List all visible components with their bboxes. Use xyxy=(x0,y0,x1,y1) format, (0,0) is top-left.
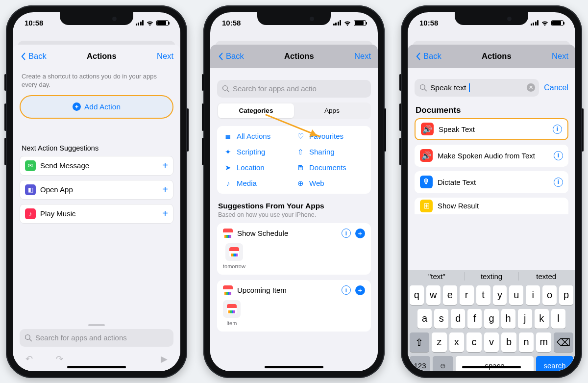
key-l[interactable]: l xyxy=(551,309,565,329)
back-button[interactable]: Back xyxy=(217,51,244,61)
wand-icon: ✦ xyxy=(224,148,232,156)
segmented-control[interactable]: Categories Apps xyxy=(217,102,371,119)
result-make-spoken-audio[interactable]: 🔊 Make Spoken Audio from Text i xyxy=(415,145,568,167)
cat-location[interactable]: ➤Location xyxy=(224,163,292,172)
chip-tomorrow[interactable]: tomorrow xyxy=(223,243,245,269)
list-item-label: Open App xyxy=(40,185,158,194)
search-key[interactable]: search xyxy=(536,356,573,371)
key-n[interactable]: n xyxy=(519,332,534,352)
prediction[interactable]: texted xyxy=(519,272,573,281)
cat-sharing[interactable]: ⇧Sharing xyxy=(296,148,364,156)
category-grid: ≣All Actions ♡Favourites ✦Scripting ⇧Sha… xyxy=(217,126,371,194)
cat-media[interactable]: ♪Media xyxy=(224,179,292,188)
next-button[interactable]: Next xyxy=(552,51,568,61)
key-p[interactable]: p xyxy=(559,285,573,305)
key-c[interactable]: c xyxy=(466,332,482,352)
key-m[interactable]: m xyxy=(536,332,551,352)
add-action-button[interactable]: + Add Action xyxy=(20,95,173,119)
chevron-left-icon xyxy=(217,52,225,60)
prediction[interactable]: texting xyxy=(465,272,519,281)
key-h[interactable]: h xyxy=(501,309,515,329)
key-f[interactable]: f xyxy=(467,309,482,329)
speaker-icon: 🔊 xyxy=(421,123,434,135)
key-o[interactable]: o xyxy=(542,285,557,305)
key-x[interactable]: x xyxy=(449,332,465,352)
info-button[interactable]: i xyxy=(554,178,563,187)
key-b[interactable]: b xyxy=(501,332,516,352)
key-u[interactable]: u xyxy=(509,285,523,305)
result-dictate-text[interactable]: 🎙 Dictate Text i xyxy=(415,171,568,193)
suggestion-open-app[interactable]: ◧ Open App + xyxy=(20,180,173,200)
keyboard: "text" texting texted qwertyuiop asdfghj… xyxy=(408,270,575,371)
fantastical-icon xyxy=(223,229,233,238)
clear-button[interactable]: ✕ xyxy=(527,83,535,92)
emoji-key[interactable]: ☺ xyxy=(433,356,453,371)
search-value: Speak text xyxy=(430,83,466,92)
back-button[interactable]: Back xyxy=(415,51,441,61)
key-k[interactable]: k xyxy=(535,309,549,329)
key-g[interactable]: g xyxy=(484,309,498,329)
delete-key[interactable]: ⌫ xyxy=(554,332,573,352)
drag-handle[interactable] xyxy=(88,324,105,326)
key-e[interactable]: e xyxy=(443,285,457,305)
shift-key[interactable]: ⇧ xyxy=(410,332,429,352)
speaker-icon: 🔊 xyxy=(420,149,433,162)
key-z[interactable]: z xyxy=(432,332,447,352)
info-button[interactable]: i xyxy=(554,151,563,160)
chip-item[interactable]: item xyxy=(223,300,241,326)
key-j[interactable]: j xyxy=(518,309,532,329)
prediction[interactable]: "text" xyxy=(410,272,465,281)
seg-categories[interactable]: Categories xyxy=(218,103,294,118)
cat-scripting[interactable]: ✦Scripting xyxy=(224,148,292,156)
key-a[interactable]: a xyxy=(417,309,432,329)
cancel-button[interactable]: Cancel xyxy=(544,83,568,92)
result-show-result[interactable]: ⊞ Show Result xyxy=(415,198,568,214)
svg-line-5 xyxy=(424,89,426,91)
seg-apps[interactable]: Apps xyxy=(294,103,370,118)
key-r[interactable]: r xyxy=(460,285,474,305)
info-button[interactable]: i xyxy=(342,229,351,238)
svg-point-4 xyxy=(420,84,425,89)
cat-favourites[interactable]: ♡Favourites xyxy=(296,132,364,141)
plus-icon[interactable]: + xyxy=(162,208,168,219)
search-icon xyxy=(419,84,427,92)
info-button[interactable]: i xyxy=(342,285,351,295)
plus-icon[interactable]: + xyxy=(162,160,168,171)
key-d[interactable]: d xyxy=(451,309,465,329)
search-input[interactable]: Speak text ✕ xyxy=(415,79,539,97)
microphone-icon: 🎙 xyxy=(420,176,433,188)
suggestion-play-music[interactable]: ♪ Play Music + xyxy=(20,204,173,224)
home-indicator[interactable] xyxy=(67,366,126,368)
key-y[interactable]: y xyxy=(493,285,507,305)
heart-icon: ♡ xyxy=(296,132,305,141)
search-input[interactable]: Search for apps and actio xyxy=(217,80,371,98)
key-w[interactable]: w xyxy=(426,285,441,305)
info-button[interactable]: i xyxy=(553,125,562,134)
suggestion-send-message[interactable]: ✉︎ Send Message + xyxy=(20,156,173,176)
next-button[interactable]: Next xyxy=(354,51,371,61)
back-button[interactable]: Back xyxy=(20,51,47,61)
key-q[interactable]: q xyxy=(410,285,424,305)
svg-point-2 xyxy=(223,85,228,90)
key-v[interactable]: v xyxy=(484,332,499,352)
space-key[interactable]: space xyxy=(456,356,534,371)
cat-documents[interactable]: 🗎Documents xyxy=(296,163,364,172)
key-i[interactable]: i xyxy=(526,285,540,305)
search-input[interactable]: Search for apps and actions xyxy=(20,329,173,347)
cat-all-actions[interactable]: ≣All Actions xyxy=(224,132,292,141)
key-s[interactable]: s xyxy=(434,309,448,329)
add-button[interactable]: + xyxy=(355,229,365,238)
cat-web[interactable]: ⊕Web xyxy=(296,179,364,188)
undo-button[interactable]: ↶ xyxy=(24,354,34,364)
add-button[interactable]: + xyxy=(355,285,365,295)
plus-icon[interactable]: + xyxy=(162,184,168,195)
home-indicator[interactable] xyxy=(265,366,323,368)
play-button[interactable]: ▶ xyxy=(159,354,170,364)
numbers-key[interactable]: 123 xyxy=(410,356,430,371)
redo-button[interactable]: ↷ xyxy=(54,354,65,364)
nav-bar: Back Actions Next xyxy=(13,45,180,68)
result-speak-text[interactable]: 🔊 Speak Text i xyxy=(415,118,568,140)
key-t[interactable]: t xyxy=(476,285,490,305)
home-indicator[interactable] xyxy=(462,366,521,368)
next-button[interactable]: Next xyxy=(157,51,173,61)
